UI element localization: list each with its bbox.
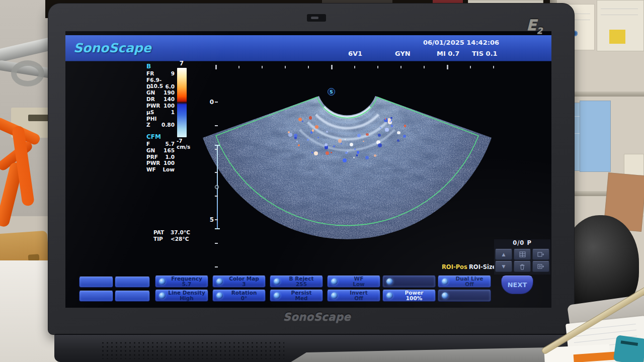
param-value: 0.80	[162, 122, 175, 128]
export-image-button[interactable]	[532, 249, 549, 260]
softkey-persist[interactable]: PersistMed	[270, 290, 323, 302]
temp-row: TIP<28°C	[153, 236, 190, 242]
softkey-line-density[interactable]: Line DensityHigh	[155, 290, 208, 302]
param-row: DR140	[146, 96, 175, 103]
softkey-blank[interactable]	[115, 277, 150, 288]
param-row: µS1	[146, 109, 175, 116]
thumbnail-grid-button[interactable]	[514, 249, 531, 260]
param-value: 190	[164, 89, 175, 96]
knob-icon	[442, 293, 448, 299]
down-arrow-icon: ▼	[502, 264, 506, 269]
softkey-empty[interactable]	[438, 290, 491, 302]
depth-label-5: 5	[206, 216, 214, 223]
clipboard-next-button[interactable]: ▼	[495, 261, 512, 272]
softkey-b-reject[interactable]: B Reject255	[270, 276, 323, 288]
datetime: 06/01/2025 14:42:06	[413, 39, 499, 46]
webcam-shutter	[311, 17, 318, 19]
param-row: WFLow	[146, 166, 175, 173]
param-label: DR	[146, 96, 155, 103]
screen-header: SonoScape 06/01/2025 14:42:06 6V1 GYN MI…	[65, 35, 551, 61]
model-logo-e2: E2	[526, 16, 561, 37]
param-row: F6.9-10.5	[146, 77, 175, 83]
exam-preset: GYN	[395, 50, 411, 57]
softkey-blank[interactable]	[79, 291, 113, 302]
knob-icon	[442, 279, 448, 285]
blue-box	[580, 101, 611, 172]
knob-icon	[159, 279, 166, 285]
softkey-blank[interactable]	[79, 277, 113, 288]
delete-image-button[interactable]	[514, 261, 531, 272]
trackball-hint-roi-pos: ROI-Pos	[442, 263, 467, 270]
yellow-sticker	[609, 30, 625, 44]
param-row: F5.7	[146, 141, 175, 147]
temperature-readouts: PAT37.0°C TIP<28°C	[153, 229, 190, 242]
bezel-brand-logo: SonoScape	[266, 311, 368, 323]
focus-marker[interactable]	[214, 145, 220, 229]
param-label: Z	[146, 122, 150, 128]
knob-icon	[274, 279, 280, 285]
param-value: 5.7	[165, 141, 175, 147]
param-label: PHI	[146, 116, 156, 122]
color-velocity-bar	[177, 68, 187, 137]
knob-icon	[386, 279, 393, 285]
clipboard-counter: 0/0 P	[494, 239, 550, 248]
clipboard-panel: 0/0 P ▲ ▼	[494, 239, 550, 275]
softkey-invert[interactable]: InvertOff	[327, 290, 380, 302]
softkey-color-map[interactable]: Color Map3	[212, 276, 266, 288]
param-row: GN190	[146, 89, 175, 96]
orientation-marker: S	[328, 88, 335, 96]
softkey-wf[interactable]: WFLow	[327, 276, 380, 288]
param-value: 165	[164, 147, 175, 154]
param-label: GN	[146, 147, 155, 154]
param-value: 6.0	[165, 83, 175, 90]
knob-icon	[274, 293, 280, 299]
export-icon	[537, 251, 544, 257]
param-label: FR	[146, 70, 154, 77]
colorbar-min: -7	[177, 138, 183, 144]
param-row: Z0.80	[146, 122, 175, 128]
softkey-dual-live[interactable]: Dual LiveOff	[438, 276, 491, 288]
temp-value: <28°C	[171, 236, 189, 242]
param-label: GN	[146, 89, 155, 96]
param-label: PWR	[146, 103, 160, 109]
param-label: PRF	[146, 154, 158, 160]
softkey-power[interactable]: Power100%	[382, 290, 436, 302]
knob-icon	[216, 279, 223, 285]
next-page-button[interactable]: NEXT	[501, 276, 533, 294]
softkey-frequency[interactable]: Frequency5.7	[155, 276, 208, 288]
param-value: Low	[163, 166, 175, 173]
cfm-title: CFM	[146, 133, 175, 141]
temp-row: PAT37.0°C	[153, 229, 190, 236]
b-mode-params: B FR9 F6.9-10.5 D6.0 GN190 DR140 PWR100 …	[146, 63, 175, 128]
param-value: 6.9-10.5	[150, 77, 175, 83]
knob-icon	[331, 293, 338, 299]
softkey-empty[interactable]	[382, 276, 436, 288]
storage-box	[597, 0, 644, 51]
param-row: PWR100	[146, 103, 175, 109]
depth-label-0: 0	[206, 99, 214, 106]
speaker-grille	[101, 341, 284, 359]
teal-object	[613, 335, 644, 362]
softkey-blank[interactable]	[115, 291, 150, 302]
webcam	[307, 14, 326, 22]
up-arrow-icon: ▲	[502, 252, 506, 257]
trash-icon	[519, 263, 525, 270]
knob-icon	[159, 293, 166, 299]
softkey-rotation[interactable]: Rotation0°	[212, 290, 266, 302]
clipboard-prev-button[interactable]: ▲	[495, 249, 512, 260]
param-value: 1	[171, 109, 175, 116]
save-clip-button[interactable]	[532, 261, 549, 272]
param-value: 9	[171, 70, 175, 77]
knob-icon	[331, 279, 338, 285]
param-label: WF	[146, 166, 156, 173]
param-label: F	[146, 77, 150, 83]
param-row: GN165	[146, 147, 175, 154]
param-row: FR9	[146, 70, 175, 77]
cart-handle	[11, 60, 44, 86]
mi-value: MI 0.7	[437, 50, 459, 57]
param-label: µS	[146, 109, 154, 116]
param-value: 100	[164, 160, 175, 166]
b-mode-title: B	[146, 63, 175, 70]
cfm-params: CFM F5.7 GN165 PRF1.0 PWR100 WFLow	[146, 133, 175, 173]
knob-icon	[216, 293, 223, 299]
